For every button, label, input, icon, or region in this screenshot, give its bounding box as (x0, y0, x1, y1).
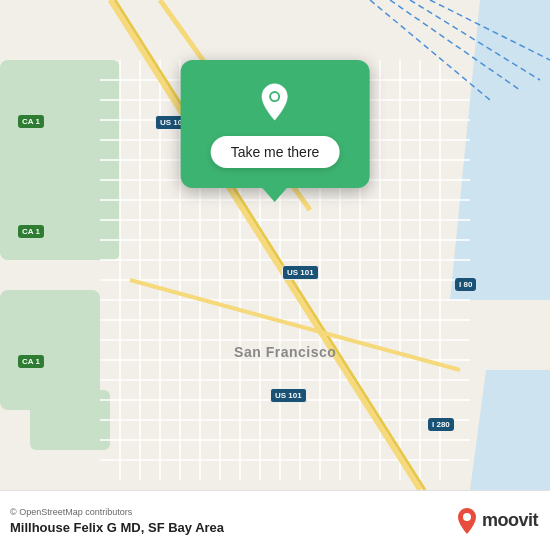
moovit-pin-icon (456, 507, 478, 535)
svg-point-46 (271, 93, 278, 100)
svg-line-42 (390, 0, 520, 90)
bottom-left-section: © OpenStreetMap contributors Millhouse F… (10, 507, 224, 535)
road-badge-ca1-top: CA 1 (18, 115, 44, 128)
road-badge-i280: I 280 (428, 418, 454, 431)
road-badge-us101-mid: US 101 (282, 265, 319, 280)
road-badge-ca1-bot: CA 1 (18, 355, 44, 368)
road-badge-us101-bot: US 101 (270, 388, 307, 403)
svg-line-41 (370, 0, 490, 100)
location-name: Millhouse Felix G MD, SF Bay Area (10, 520, 224, 535)
pin-svg (255, 82, 295, 122)
map-container: CA 1 CA 1 CA 1 US 101 US 101 US 101 I 80… (0, 0, 550, 490)
bottom-bar: © OpenStreetMap contributors Millhouse F… (0, 490, 550, 550)
svg-line-44 (430, 0, 550, 60)
moovit-logo: moovit (456, 507, 538, 535)
road-badge-ca1-mid: CA 1 (18, 225, 44, 238)
take-me-there-button[interactable]: Take me there (211, 136, 340, 168)
city-label: San Francisco (234, 344, 336, 360)
svg-line-43 (410, 0, 540, 80)
moovit-logo-text: moovit (482, 510, 538, 531)
popup-pin-icon (253, 80, 297, 124)
location-popup: Take me there (181, 60, 370, 188)
road-badge-i80: I 80 (455, 278, 476, 291)
svg-point-47 (463, 513, 471, 521)
copyright-text: © OpenStreetMap contributors (10, 507, 224, 517)
